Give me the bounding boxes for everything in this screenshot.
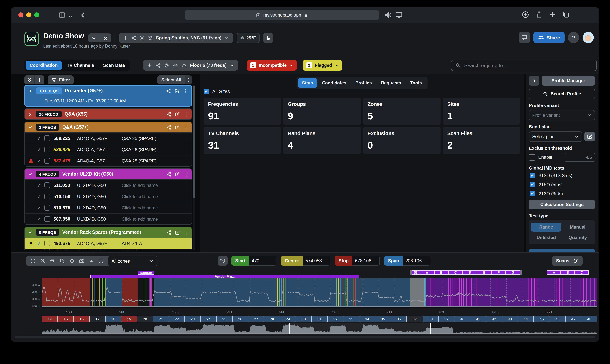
row-checkbox[interactable] (44, 135, 50, 141)
sidebar-toggle-icon[interactable] (58, 11, 66, 19)
kebab-menu-icon[interactable]: ⋮ (184, 230, 189, 235)
kebab-menu-icon[interactable]: ⋮ (184, 171, 189, 177)
tv-channel-cell[interactable]: 16 (73, 316, 90, 322)
tv-channel-cell[interactable]: 40 (454, 316, 470, 322)
tv-channel-cell[interactable]: 22 (169, 316, 185, 322)
row-checkbox[interactable] (44, 194, 50, 199)
zone-segment-C[interactable]: C (448, 270, 463, 275)
tab-scan-data[interactable]: Scan Data (99, 61, 129, 70)
kebab-menu-icon[interactable]: ⋮ (185, 76, 192, 84)
imd-option[interactable]: ✓ 2T5O (5ths) (530, 182, 595, 187)
back-icon[interactable] (79, 11, 87, 19)
share-button[interactable]: Share (533, 32, 565, 43)
freq-group-header[interactable]: 4 FREQS Vendor ULXD Kit (G50) ⋮ (25, 169, 191, 179)
tab-profiles[interactable]: Profiles (351, 78, 376, 88)
spectrum-plot[interactable] (42, 278, 597, 308)
row-name[interactable]: Click to add name (122, 205, 158, 210)
tv-channel-cell[interactable]: 14 (42, 316, 58, 322)
band-plan-select[interactable]: Select plan (529, 131, 582, 142)
zone-segment-A[interactable]: A (547, 270, 561, 275)
overview-selection[interactable] (289, 323, 431, 334)
tab-overview-icon[interactable] (562, 11, 570, 18)
tv-channel-cell[interactable]: 34 (359, 316, 375, 322)
tv-channel-cell[interactable]: 39 (438, 316, 455, 322)
tv-channel-cell[interactable]: 41 (470, 316, 486, 322)
chevron-down-icon[interactable] (28, 125, 33, 130)
new-tab-icon[interactable] (549, 11, 556, 18)
camera-icon[interactable] (77, 258, 86, 264)
profile-manager-button[interactable]: Profile Manager (542, 76, 595, 86)
search-input[interactable] (463, 62, 593, 68)
zone-segment-D[interactable]: D (463, 270, 477, 275)
chevron-down-icon[interactable] (68, 13, 73, 20)
edit-icon[interactable] (175, 125, 180, 130)
tv-channel-cell[interactable]: 28 (264, 316, 280, 322)
imd-option[interactable]: ✓ 3T3O (3TX 3rds) (530, 173, 595, 178)
close-window-button[interactable] (18, 12, 23, 17)
gear-icon[interactable] (164, 63, 169, 68)
weather-widget[interactable]: ❄ 29°F (236, 33, 259, 43)
test-type-manual[interactable]: Manual (563, 222, 593, 232)
help-button[interactable]: ? (568, 32, 579, 43)
zones-select[interactable]: All zones (108, 256, 157, 266)
avatar[interactable] (583, 32, 594, 43)
tv-channel-cell[interactable]: 17 (89, 316, 105, 322)
enable-checkbox[interactable] (529, 154, 535, 160)
all-sites-toggle[interactable]: ✓ All Sites (203, 89, 230, 94)
freq-group-header[interactable]: 8 FREQS Vendor Rack Spares (Programmed) … (25, 227, 191, 237)
gear-icon[interactable] (139, 35, 145, 40)
checkbox-checked-icon[interactable]: ✓ (203, 89, 209, 94)
checkbox-checked-icon[interactable]: ✓ (530, 182, 535, 187)
search-icon[interactable] (58, 258, 66, 264)
frequency-row[interactable]: ✓ 510.675 ULXD4D, G50 Click to add name (25, 202, 191, 213)
add-group-button[interactable] (34, 76, 44, 84)
row-checkbox[interactable] (44, 182, 50, 188)
zoom-in-icon[interactable] (38, 258, 47, 264)
tv-channel-cell[interactable]: 48 (581, 316, 597, 322)
edit-icon[interactable] (175, 172, 180, 177)
test-type-quantity[interactable]: Quantity (563, 233, 593, 242)
chevron-down-icon[interactable] (28, 172, 33, 177)
tv-channel-cell[interactable]: 29 (280, 316, 296, 322)
close-show-button[interactable]: ✕ (99, 33, 111, 42)
freq-group-header[interactable]: 26 FREQS Q&A (X55) ⋮ (25, 109, 191, 119)
share-icon[interactable] (155, 63, 161, 68)
add-icon[interactable] (147, 63, 152, 68)
zoom-out-icon[interactable] (48, 258, 56, 264)
show-dropdown-button[interactable] (88, 33, 99, 42)
tab-requests[interactable]: Requests (377, 78, 405, 88)
threshold-input[interactable] (565, 153, 595, 162)
warning-icon[interactable] (181, 63, 187, 68)
flagged-button[interactable]: 3 Flagged (303, 60, 342, 71)
row-checkbox[interactable] (44, 249, 50, 250)
search-bar[interactable] (451, 60, 597, 71)
downloads-icon[interactable] (522, 11, 529, 18)
select-all-button[interactable]: Select All (158, 76, 185, 84)
tv-channel-cell[interactable]: 31 (312, 316, 327, 322)
zone-tag-rooftop[interactable]: Rooftop (138, 271, 154, 275)
marker-icon[interactable] (87, 258, 95, 263)
tab-tv-channels[interactable]: TV Channels (63, 61, 98, 70)
row-checkbox[interactable] (44, 147, 50, 152)
tv-channel-cell[interactable]: 26 (232, 316, 248, 322)
tv-channel-cell[interactable]: 47 (565, 316, 581, 322)
share-icon[interactable] (166, 125, 171, 130)
tv-channel-cell[interactable]: 35 (375, 316, 391, 322)
edit-icon[interactable] (175, 230, 180, 235)
filter-button[interactable]: Filter (48, 76, 74, 84)
refresh-icon[interactable] (28, 258, 37, 264)
tv-channel-cell[interactable]: 32 (327, 316, 343, 322)
comments-button[interactable] (519, 32, 530, 43)
zone-segment-G[interactable]: G (506, 270, 520, 275)
freq-group-header[interactable]: 19 FREQS Presenter (G57+) ⋮ (25, 86, 191, 96)
tv-channel-cell[interactable]: 43 (502, 316, 518, 322)
zone-segment-$$[interactable]: $$ (412, 270, 420, 275)
tv-channel-cell[interactable]: 30 (296, 316, 312, 322)
arrows-icon[interactable] (173, 63, 178, 68)
tv-channel-cell[interactable]: 23 (184, 316, 201, 322)
zone-segment-A[interactable]: A (420, 270, 434, 275)
tv-channel-cell[interactable]: 15 (57, 316, 74, 322)
tv-channel-cell[interactable]: 37 (407, 316, 423, 322)
url-bar[interactable]: my.soundbase.app (185, 10, 379, 20)
zone-segment-C[interactable]: C (575, 270, 589, 275)
